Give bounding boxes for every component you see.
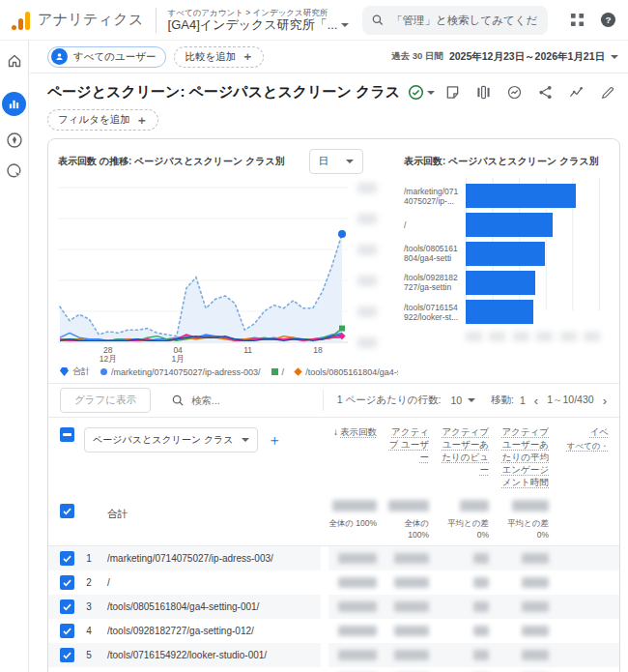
table-row: 2/: [48, 570, 619, 595]
metric-cell: [385, 623, 429, 640]
bar[interactable]: [466, 242, 545, 266]
x-axis-tick: 041月: [172, 346, 185, 364]
y-axis-label-redacted: [357, 214, 377, 224]
row-checkbox[interactable]: [60, 575, 74, 590]
account-switcher[interactable]: すべてのアカウント > インデックス研究所 [GA4]インデックス研究所「...: [168, 8, 350, 32]
rows-per-page-select[interactable]: 10: [450, 394, 475, 406]
metric-value-redacted: [338, 577, 377, 588]
column-header[interactable]: イベすべての・: [557, 425, 609, 488]
svg-text:?: ?: [605, 15, 611, 25]
bar-row[interactable]: /tools/0805161804/ga4-settin...: [404, 242, 610, 266]
data-quality-badge[interactable]: [408, 84, 435, 101]
column-subheader[interactable]: すべての・: [557, 440, 609, 453]
app-header: アナリティクス すべてのアカウント > インデックス研究所 [GA4]インデック…: [0, 0, 628, 41]
line-chart-y-labels: [354, 178, 377, 344]
apps-grid-icon[interactable]: [570, 13, 585, 27]
column-header[interactable]: アクティブ ユーザーあたりのビュー: [437, 425, 489, 488]
share-icon[interactable]: [538, 85, 553, 100]
bar-row[interactable]: /tools/0928182727/ga-setting...: [404, 271, 610, 295]
select-all-checkbox[interactable]: [60, 427, 74, 442]
bar[interactable]: [466, 213, 553, 237]
line-chart-plot-area[interactable]: [58, 178, 348, 344]
metric-value-redacted: [473, 577, 489, 588]
table-row: 4/tools/0928182727/ga-setting-012/: [48, 619, 619, 643]
column-header[interactable]: ↓表示回数: [328, 425, 377, 488]
next-page-icon[interactable]: ›: [600, 394, 610, 407]
plus-icon: ＋: [136, 112, 148, 129]
row-index: 1: [74, 553, 103, 564]
interval-select[interactable]: 日: [309, 149, 364, 174]
table-search[interactable]: [172, 394, 317, 406]
dimension-select[interactable]: ページパスとスクリーン クラス: [84, 427, 258, 453]
row-gutter: [321, 619, 328, 643]
insights-clock-icon[interactable]: [507, 85, 522, 100]
bar-chart-plot[interactable]: /marketing/0714075027/ip-...//tools/0805…: [404, 184, 610, 324]
y-axis-label-redacted: [357, 337, 377, 348]
analytics-logo-icon[interactable]: [12, 11, 30, 30]
bar-axis-label-redacted: [489, 332, 505, 341]
totals-cell: 平均との差 0%: [437, 498, 489, 540]
plot-rows-button[interactable]: グラフに表示: [60, 388, 151, 413]
bar[interactable]: [466, 300, 533, 324]
totals-checkbox[interactable]: [60, 504, 74, 518]
edit-icon[interactable]: [601, 86, 614, 100]
bar[interactable]: [466, 271, 535, 295]
all-users-chip[interactable]: すべてのユーザー: [47, 46, 166, 68]
bar-label: /tools/0805161804/ga4-settin...: [404, 244, 466, 264]
comparison-icon[interactable]: [476, 85, 491, 100]
chevron-down-icon: [468, 398, 475, 402]
help-icon[interactable]: ?: [600, 12, 616, 28]
advertising-icon[interactable]: [6, 162, 23, 180]
row-metric-cells: [328, 550, 620, 568]
metric-value-redacted: [473, 601, 489, 612]
page-title: ページとスクリーン: ページパスとスクリーン クラス: [47, 83, 400, 102]
reports-icon[interactable]: [2, 92, 26, 116]
legend-item: /tools/0805161804/ga4-setti: [295, 367, 398, 377]
totals-subtext: 全体の 100%: [328, 518, 377, 530]
home-icon[interactable]: [6, 52, 23, 70]
line-chart-plot[interactable]: [58, 178, 348, 344]
date-range-picker[interactable]: 過去 30 日間 2025年12月23日～2026年1月21日: [391, 50, 618, 64]
bar-chart-panel: 表示回数: ページパスとスクリーン クラス別 /marketing/071407…: [398, 147, 610, 379]
bar-row[interactable]: /marketing/0714075027/ip-...: [404, 184, 610, 208]
pagination-range: 1～10/430: [547, 394, 593, 407]
row-index: 2: [74, 577, 103, 588]
bar-track: [466, 213, 600, 237]
goto-page-value[interactable]: 1: [520, 394, 526, 406]
add-comparison-chip[interactable]: 比較を追加 ＋: [174, 46, 264, 68]
bar-row[interactable]: /: [404, 213, 610, 237]
totals-value-redacted: [512, 500, 549, 511]
row-checkbox[interactable]: [60, 599, 74, 614]
global-search-input[interactable]: [391, 15, 538, 26]
metric-value-redacted: [522, 626, 549, 636]
metric-value-redacted: [394, 626, 429, 636]
metric-cell: [437, 550, 489, 568]
bar-label: /tools/0928182727/ga-setting...: [404, 273, 466, 293]
search-icon: [172, 394, 184, 406]
table-row: 5/tools/0716154922/looker-studio-001/: [48, 643, 619, 667]
row-index: 5: [74, 650, 103, 660]
bar[interactable]: [466, 184, 576, 208]
add-dimension-button[interactable]: ＋: [268, 427, 282, 453]
global-search[interactable]: [362, 6, 548, 35]
legend-diamond-icon: [294, 367, 301, 375]
table-search-input[interactable]: [191, 394, 298, 406]
row-checkbox[interactable]: [60, 648, 74, 662]
product-name: アナリティクス: [38, 11, 144, 29]
insights-spark-icon[interactable]: [569, 85, 585, 100]
prev-page-icon[interactable]: ‹: [531, 394, 541, 407]
column-header[interactable]: アクティブ ユーザー: [385, 425, 429, 488]
column-header[interactable]: アクティブ ユーザーあたりの平均エンゲージメント時間: [497, 425, 549, 488]
row-checkbox[interactable]: [60, 624, 74, 638]
table-body: 1/marketing/0714075027/ip-adress-003/2/3…: [48, 546, 619, 672]
row-dimension-section: 5/tools/0716154922/looker-studio-001/: [48, 643, 321, 667]
bar-row[interactable]: /tools/0716154922/looker-st...: [404, 300, 610, 324]
metric-cell: [497, 574, 549, 592]
totals-value-redacted: [332, 500, 377, 511]
row-checkbox[interactable]: [60, 551, 74, 566]
explore-icon[interactable]: [6, 131, 23, 149]
notes-icon[interactable]: [445, 85, 460, 100]
row-page-path: /tools/0805161804/ga4-setting-001/: [107, 601, 300, 613]
add-filter-chip[interactable]: フィルタを追加 ＋: [47, 109, 158, 131]
row-dimension-section: 2/: [48, 570, 321, 595]
